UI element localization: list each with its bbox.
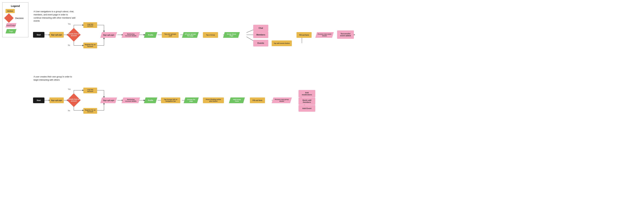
flow2-start-node: Start — [33, 98, 44, 103]
flow2-description: A user creates their own group in order … — [34, 75, 76, 82]
svg-text:No: No — [0, 0, 2, 0]
flow1-description: A User navigations to a group's about, c… — [34, 10, 76, 23]
flow1-success-node: Successful event added — [337, 30, 354, 39]
flow2-groupslist-node: Groups list page — [184, 98, 199, 103]
flow1-yes-label: Yes — [68, 23, 70, 25]
flow1-retrieving-node: Retrieving Account details — [122, 32, 140, 38]
flow1-groupabout-node: Group About Page — [223, 32, 240, 38]
flow1-decision: Already have an account — [66, 29, 81, 40]
flow1-signup-action: Sign up/Login — [50, 32, 64, 38]
flow1-processnew-node: Process new event details — [315, 32, 334, 38]
flow2-processnew-node: Process new group details — [272, 98, 292, 103]
flow2-fillout-action: Fill out form — [250, 98, 265, 103]
flow2-retrieving-node: Retrieving Account details — [122, 98, 140, 103]
flow1-loginto-action: Log into account — [83, 22, 97, 28]
flow1-signupio-node: Sign up/Login — [100, 32, 117, 38]
flow2-no-label: No — [68, 110, 70, 111]
flow1-tapagroup-action: Tap a Group — [203, 32, 218, 38]
flow2-profile-node: Profile — [144, 98, 157, 103]
flow1-tapevents-action: Tap add events button — [272, 40, 292, 46]
flow2-addgroup-node: Add Group Form — [229, 98, 245, 103]
flow1-no-label: No — [68, 44, 70, 46]
flow2-signupio-node: Sign up/Login — [100, 98, 117, 103]
flow-svg: Yes No Yes No — [0, 0, 644, 202]
flow2-tapgroups-action: Tap Groups tab on navigation bar — [161, 98, 180, 103]
flow1-profile-node: Profile — [144, 32, 157, 38]
flow1-chat-node: Chat — [253, 25, 268, 31]
flow2-loginto-action: Log into account — [83, 88, 97, 93]
flow1-register-action: Register for an account — [83, 43, 97, 48]
flow2-quickadd-node: Quick add members — [298, 98, 315, 105]
flow2-decision: Already have an account — [66, 95, 81, 106]
flow1-tapgroups-action: Tap your groups card — [162, 32, 178, 38]
flow2-signup-action: Sign up/Login — [50, 98, 64, 103]
flow1-fillout-action: Fill out form — [296, 32, 312, 38]
flow1-start-node: Start — [33, 32, 44, 38]
flow1-allgroups-node: All your groups list page — [182, 32, 199, 38]
flow2-register-action: Register for an account — [83, 108, 97, 114]
flow2-pressfloat-action: Press Floating action plus button — [203, 98, 224, 103]
flow1-events-node: Events — [253, 40, 268, 46]
flow2-addmods-node: Add moderators — [298, 90, 315, 97]
flow2-addevent-node: Add Event — [298, 105, 315, 112]
flow2-yes-label: Yes — [68, 88, 70, 90]
flow1-members-node: Members — [253, 31, 268, 38]
